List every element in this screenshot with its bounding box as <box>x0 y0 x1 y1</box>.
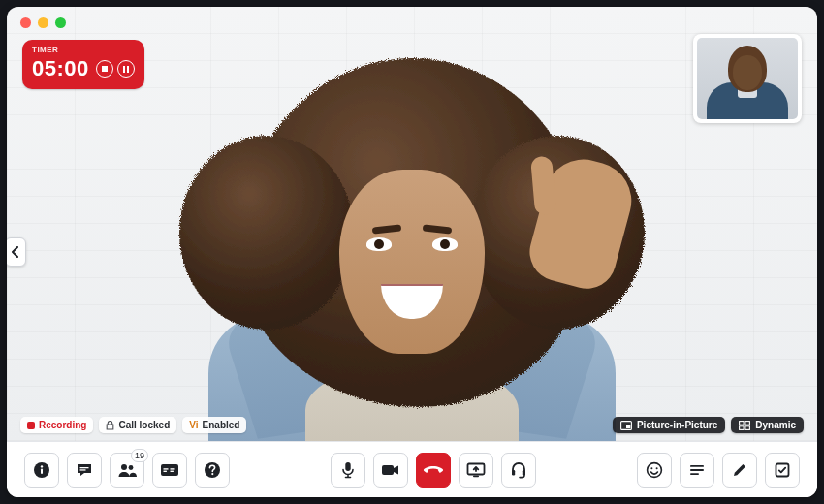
svg-rect-14 <box>164 468 169 469</box>
camera-button[interactable] <box>373 453 408 488</box>
draw-button[interactable] <box>722 453 757 488</box>
call-locked-label: Call locked <box>118 420 170 430</box>
svg-point-27 <box>650 467 652 469</box>
call-toolbar: 19 <box>7 441 817 497</box>
window-controls <box>20 17 66 28</box>
captions-button[interactable] <box>152 453 187 488</box>
svg-rect-16 <box>171 468 175 469</box>
svg-rect-13 <box>161 464 178 476</box>
timer-value: 05:00 <box>32 56 89 81</box>
vi-enabled-label: Enabled <box>203 420 240 430</box>
svg-rect-24 <box>512 470 515 475</box>
reactions-button[interactable] <box>637 453 672 488</box>
self-video <box>697 38 798 119</box>
dynamic-layout-button[interactable]: Dynamic <box>731 417 804 433</box>
svg-rect-25 <box>523 470 525 475</box>
recording-indicator-icon <box>27 422 35 429</box>
timer-pause-button[interactable] <box>117 60 135 78</box>
notes-button[interactable] <box>680 453 714 488</box>
vi-prefix: Vi <box>189 420 198 430</box>
toolbar-right-group <box>637 453 800 488</box>
smile-icon <box>646 461 663 479</box>
audio-output-button[interactable] <box>501 453 536 488</box>
svg-rect-3 <box>745 421 750 425</box>
svg-rect-31 <box>690 473 699 475</box>
svg-rect-29 <box>690 465 704 467</box>
self-view-pip[interactable] <box>693 34 802 123</box>
microphone-icon <box>340 461 356 479</box>
svg-point-28 <box>656 467 658 469</box>
svg-point-26 <box>648 462 662 477</box>
toolbar-left-group: 19 <box>24 453 230 488</box>
pencil-icon <box>732 462 747 478</box>
video-call-window: TIMER 05:00 Recording <box>7 7 817 497</box>
recording-chip[interactable]: Recording <box>20 417 93 433</box>
camera-icon <box>381 463 400 477</box>
remote-participant-figure <box>160 44 664 441</box>
pip-button-label: Picture-in-Picture <box>637 420 717 430</box>
view-chips-right: Picture-in-Picture Dynamic <box>613 417 804 433</box>
svg-rect-15 <box>164 470 167 471</box>
svg-rect-4 <box>740 425 745 429</box>
share-screen-icon <box>466 462 486 478</box>
window-zoom-button[interactable] <box>55 17 66 28</box>
sidebar-expand-handle[interactable] <box>7 237 26 267</box>
svg-rect-30 <box>690 469 704 471</box>
svg-rect-21 <box>382 465 394 475</box>
pause-icon <box>123 66 129 73</box>
help-icon <box>204 461 221 479</box>
recording-chip-label: Recording <box>39 420 86 430</box>
stop-icon <box>102 66 108 72</box>
recording-timer: TIMER 05:00 <box>22 40 144 89</box>
window-close-button[interactable] <box>20 17 31 28</box>
svg-rect-8 <box>41 468 43 473</box>
grid-icon <box>739 421 750 430</box>
hangup-icon <box>423 464 444 476</box>
participants-icon <box>117 462 137 478</box>
chat-button[interactable] <box>67 453 102 488</box>
info-button[interactable] <box>24 453 59 488</box>
svg-rect-20 <box>345 462 350 471</box>
timer-stop-button[interactable] <box>96 60 113 78</box>
headset-icon <box>510 461 527 479</box>
microphone-button[interactable] <box>331 453 365 488</box>
timer-label: TIMER <box>32 46 135 54</box>
toolbar-center-group <box>331 453 536 488</box>
checkbox-icon <box>775 462 790 478</box>
call-locked-chip[interactable]: Call locked <box>99 417 176 433</box>
svg-rect-17 <box>171 470 174 471</box>
svg-point-11 <box>121 464 127 470</box>
hangup-button[interactable] <box>416 453 451 488</box>
participants-button[interactable]: 19 <box>110 453 144 488</box>
svg-rect-10 <box>80 469 86 470</box>
tasks-button[interactable] <box>765 453 800 488</box>
participants-badge: 19 <box>131 449 148 462</box>
vi-enabled-chip[interactable]: Vi Enabled <box>182 417 246 433</box>
svg-rect-2 <box>740 421 745 425</box>
svg-rect-1 <box>626 425 630 427</box>
status-chips-left: Recording Call locked Vi Enabled <box>20 417 246 433</box>
picture-in-picture-button[interactable]: Picture-in-Picture <box>613 417 725 433</box>
svg-rect-9 <box>80 467 89 468</box>
chevron-left-icon <box>11 246 20 258</box>
pip-icon <box>620 421 632 430</box>
notes-icon <box>689 463 705 477</box>
svg-point-12 <box>129 465 134 470</box>
svg-point-7 <box>41 465 43 467</box>
info-icon <box>33 461 50 479</box>
cc-icon <box>160 463 179 477</box>
dynamic-button-label: Dynamic <box>755 420 796 430</box>
chat-icon <box>76 461 93 479</box>
window-minimize-button[interactable] <box>38 17 48 28</box>
svg-point-19 <box>211 473 213 475</box>
share-screen-button[interactable] <box>459 453 493 488</box>
help-button[interactable] <box>195 453 230 488</box>
lock-icon <box>106 421 114 430</box>
svg-rect-5 <box>745 425 750 429</box>
svg-rect-23 <box>473 475 479 477</box>
